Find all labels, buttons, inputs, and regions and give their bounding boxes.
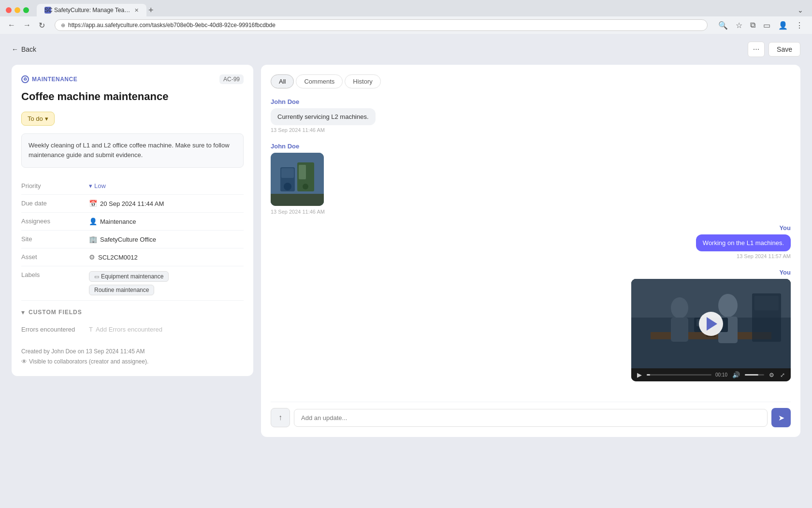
labels-field: Labels ▭ Equipment maintenance Routine m… <box>21 266 244 301</box>
labels-value: ▭ Equipment maintenance Routine maintena… <box>89 271 169 295</box>
priority-label: Priority <box>21 182 89 189</box>
task-title: Coffee machine maintenance <box>21 90 244 104</box>
active-tab[interactable]: SC SafetyCulture: Manage Teams and... ✕ <box>37 4 146 16</box>
label-icon-1: ▭ <box>94 274 99 280</box>
tab-comments[interactable]: Comments <box>296 74 343 88</box>
svg-point-6 <box>303 184 308 189</box>
zoom-button[interactable]: 🔍 <box>715 20 731 31</box>
errors-label: Errors encountered <box>21 326 89 333</box>
tab-all[interactable]: All <box>271 74 294 88</box>
message-group-3: You Working on the L1 machines. 13 Sep 2… <box>271 224 791 259</box>
chevron-down-icon: ▾ <box>45 115 48 122</box>
site-label: Site <box>21 235 89 243</box>
video-message-4[interactable]: ▶ 00:10 🔊 ⚙ ⤢ <box>631 279 791 381</box>
message-bubble-1: Currently servicing L2 machines. <box>271 108 376 125</box>
url-text: https://app.au.safetyculture.com/tasks/e… <box>68 22 276 29</box>
asset-label: Asset <box>21 253 89 261</box>
site-text: SafetyCulture Office <box>100 236 156 243</box>
svg-rect-7 <box>271 194 324 206</box>
address-bar[interactable]: ⊕ https://app.au.safetyculture.com/tasks… <box>55 19 708 31</box>
fullscreen-button[interactable]: ⤢ <box>779 372 786 378</box>
more-options-button[interactable]: ··· <box>748 42 765 57</box>
building-icon: 🏢 <box>89 235 97 243</box>
app-header: ← Back ··· Save <box>12 42 800 57</box>
assignees-text: Maintenance <box>100 218 136 225</box>
site-value: 🏢 SafetyCulture Office <box>89 235 156 243</box>
task-header: ♻ MAINTENANCE AC-99 <box>21 74 244 84</box>
calendar-icon: 📅 <box>89 200 97 207</box>
task-category: ♻ MAINTENANCE <box>21 75 77 83</box>
browser-menu-button[interactable]: ⋮ <box>793 20 806 31</box>
message-group-4: You <box>271 269 791 384</box>
browser-toolbar-icons: 🔍 ☆ ⧉ ▭ 👤 ⋮ <box>715 20 806 31</box>
chevron-down-icon: ▾ <box>89 182 92 189</box>
label-tag-1: ▭ Equipment maintenance <box>89 271 169 282</box>
errors-placeholder-text: Add Errors encountered <box>96 326 162 333</box>
message-group-1: John Doe Currently servicing L2 machines… <box>271 98 791 133</box>
activity-panel: All Comments History John Doe Currently … <box>261 65 800 437</box>
asset-value: ⚙ SCL2CM0012 <box>89 253 138 261</box>
close-window-button[interactable] <box>6 7 12 13</box>
person-icon: 👤 <box>89 218 97 225</box>
custom-fields-header[interactable]: ▾ CUSTOM FIELDS <box>21 308 244 316</box>
message-time-3: 13 Sep 2024 11:57 AM <box>737 253 791 259</box>
back-label: Back <box>21 45 36 53</box>
minimize-window-button[interactable] <box>14 7 20 13</box>
video-preview-4 <box>631 279 791 368</box>
custom-fields-label: CUSTOM FIELDS <box>29 309 82 316</box>
upload-button[interactable]: ↑ <box>271 408 290 427</box>
bookmark-button[interactable]: ☆ <box>733 20 745 31</box>
back-nav-button[interactable]: ← <box>6 20 17 30</box>
svg-point-11 <box>671 297 688 319</box>
assignees-label: Assignees <box>21 218 89 225</box>
new-tab-button[interactable]: + <box>148 6 154 15</box>
due-date-value: 📅 20 Sep 2024 11:44 AM <box>89 200 164 207</box>
svg-rect-2 <box>281 168 294 178</box>
status-button[interactable]: To do ▾ <box>21 112 55 126</box>
video-settings-button[interactable]: ⚙ <box>768 372 775 378</box>
tabs: All Comments History <box>271 74 791 88</box>
save-button[interactable]: Save <box>768 42 800 57</box>
window-controls: ⌄ <box>795 5 806 15</box>
forward-nav-button[interactable]: → <box>21 20 33 30</box>
video-play-button[interactable]: ▶ <box>636 371 643 378</box>
chevron-down-icon: ▾ <box>21 308 25 316</box>
fullscreen-window-button[interactable] <box>23 7 29 13</box>
sidebar-button[interactable]: ▭ <box>760 20 773 31</box>
secure-icon: ⊕ <box>61 22 65 29</box>
task-footer: Created by John Doe on 13 Sep 2024 11:45… <box>21 347 244 366</box>
volume-bar[interactable] <box>745 374 764 376</box>
category-label: MAINTENANCE <box>32 76 77 83</box>
svg-rect-12 <box>671 318 688 342</box>
errors-placeholder-value[interactable]: T Add Errors encountered <box>89 326 162 333</box>
profile-button[interactable]: 👤 <box>775 20 791 31</box>
task-detail-panel: ♻ MAINTENANCE AC-99 Coffee machine maint… <box>12 65 253 376</box>
video-progress-bar[interactable] <box>647 374 711 376</box>
tab-bar: SC SafetyCulture: Manage Teams and... ✕ … <box>37 4 154 16</box>
update-input[interactable] <box>294 409 768 427</box>
status-label: To do <box>28 115 43 122</box>
tab-history[interactable]: History <box>345 74 380 88</box>
text-icon: T <box>89 326 93 333</box>
message-bubble-3: Working on the L1 machines. <box>696 234 791 251</box>
browser-toolbar: ← → ↻ ⊕ https://app.au.safetyculture.com… <box>0 16 812 34</box>
play-button[interactable] <box>699 312 723 336</box>
back-arrow-icon: ← <box>12 45 18 53</box>
message-group-2: John Doe <box>271 143 791 215</box>
send-button[interactable]: ➤ <box>771 408 791 427</box>
tab-close-button[interactable]: ✕ <box>134 7 139 14</box>
reload-button[interactable]: ↻ <box>37 20 47 31</box>
message-image-2[interactable] <box>271 153 324 206</box>
labels-label: Labels <box>21 271 89 278</box>
play-icon <box>707 317 717 331</box>
extensions-button[interactable]: ⧉ <box>747 20 758 31</box>
svg-rect-20 <box>754 296 779 310</box>
task-id-badge: AC-99 <box>219 74 244 84</box>
upload-icon: ↑ <box>278 413 282 422</box>
coffee-machine-image <box>271 153 324 206</box>
back-button[interactable]: ← Back <box>12 45 36 53</box>
send-icon: ➤ <box>778 413 784 422</box>
due-date-label: Due date <box>21 200 89 207</box>
volume-button[interactable]: 🔊 <box>731 371 741 378</box>
window-minimize-icon[interactable]: ⌄ <box>795 5 806 15</box>
